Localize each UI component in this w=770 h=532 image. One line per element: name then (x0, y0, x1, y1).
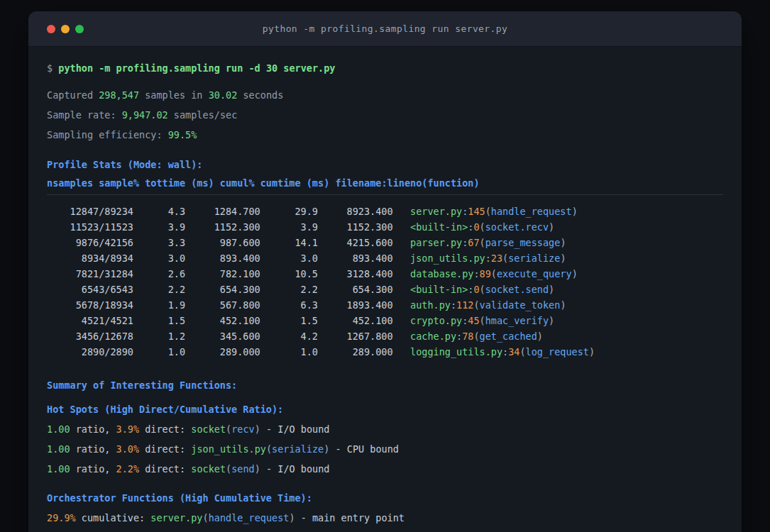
captured-mid: samples in (145, 89, 202, 101)
cell-cumul-pct: 14.1 (260, 235, 318, 250)
location-function: log_request (526, 346, 589, 358)
ratio-label: ratio, (76, 463, 111, 475)
location-filename: auth.py (410, 299, 451, 311)
profile-table-row: 2890/28901.0289.0001.0289.000logging_uti… (47, 344, 723, 360)
profile-table-row: 12847/892344.31284.70029.98923.400server… (47, 204, 723, 219)
cell-cumul-pct: 4.2 (260, 328, 318, 344)
cell-cumtime: 1152.300 (318, 219, 393, 235)
cell-location: database.py:89(execute_query) (410, 268, 578, 279)
traffic-light-zoom-button[interactable] (75, 25, 84, 33)
cell-nsamples: 2890/2890 (47, 344, 133, 360)
cell-tottime: 1152.300 (185, 219, 260, 235)
cell-location: <built-in>:0(socket.recv) (410, 221, 554, 233)
profile-table-row: 4521/45211.5452.1001.5452.100crypto.py:4… (47, 313, 723, 328)
cell-nsamples: 4521/4521 (47, 313, 133, 328)
profile-table-row: 11523/115233.91152.3003.91152.300<built-… (47, 219, 723, 235)
cell-nsamples: 8934/8934 (47, 250, 133, 266)
location-function: hmac_verify (485, 315, 549, 326)
shell-prompt: $ (47, 62, 53, 74)
rate-value: 9,947.02 (122, 109, 168, 121)
profile-table-row: 5678/189341.9567.8006.31893.400auth.py:1… (47, 297, 723, 313)
cell-location: logging_utils.py:34(log_request) (410, 346, 595, 358)
cell-sample-pct: 1.0 (133, 344, 185, 360)
location-function: serialize (508, 253, 560, 264)
orchestrator-item: 14.1% cumulative: parser.py(parse_messag… (47, 528, 723, 532)
location-lineno: 45 (468, 315, 479, 326)
ratio-label: ratio, (76, 423, 111, 435)
cell-tottime: 452.100 (185, 313, 260, 328)
cell-tottime: 345.600 (185, 328, 260, 344)
window-title: python -m profiling.sampling run server.… (28, 23, 742, 34)
hot-spot-module: socket (191, 423, 226, 435)
location-filename: database.py (410, 268, 473, 279)
hot-spot-function: recv (231, 423, 255, 435)
cell-location: crypto.py:45(hmac_verify) (410, 315, 554, 326)
location-function: execute_query (497, 268, 572, 279)
location-lineno: 23 (491, 253, 502, 264)
cell-cumul-pct: 10.5 (260, 266, 318, 282)
cell-cumtime: 4215.600 (318, 235, 393, 250)
cell-nsamples: 9876/42156 (47, 235, 133, 250)
hot-spot-direct-pct: 3.0% (116, 443, 140, 455)
terminal-window: python -m profiling.sampling run server.… (28, 11, 742, 532)
cell-sample-pct: 1.9 (133, 297, 185, 313)
location-function: socket.recv (485, 221, 549, 233)
cell-cumtime: 289.000 (318, 344, 393, 360)
cell-sample-pct: 3.3 (133, 235, 185, 250)
hot-spot-ratio: 1.00 (47, 423, 70, 435)
orchestrator-note: - main entry point (301, 512, 405, 523)
cell-sample-pct: 1.5 (133, 313, 185, 328)
orchestrator-function: handle_request (209, 512, 290, 523)
cell-cumul-pct: 1.0 (260, 344, 318, 360)
cell-nsamples: 12847/89234 (47, 204, 133, 219)
hot-spot-function: send (231, 463, 255, 475)
traffic-light-minimize-button[interactable] (61, 25, 70, 33)
location-lineno: 0 (473, 284, 479, 295)
direct-label: direct: (145, 443, 185, 455)
hot-spot-ratio: 1.00 (47, 463, 70, 475)
orchestrator-cumulative-pct: 29.9% (47, 512, 76, 523)
sample-rate-line: Sample rate: 9,947.02 samples/sec (47, 105, 723, 125)
cell-tottime: 987.600 (185, 235, 260, 250)
cell-cumtime: 893.400 (318, 250, 393, 266)
cell-sample-pct: 2.6 (133, 266, 185, 282)
cell-location: json_utils.py:23(serialize) (410, 253, 566, 264)
hot-spot-note: - I/O bound (266, 463, 329, 475)
cell-cumul-pct: 2.2 (260, 282, 318, 297)
summary-heading: Summary of Interesting Functions: (47, 375, 723, 395)
profile-table-row: 3456/126781.2345.6004.21267.800cache.py:… (47, 328, 723, 344)
orchestrator-module: server.py (150, 512, 202, 523)
cell-location: auth.py:112(validate_token) (410, 299, 566, 311)
cell-tottime: 893.400 (185, 250, 260, 266)
captured-line: Captured 298,547 samples in 30.02 second… (47, 85, 723, 105)
hot-spot-note: - I/O bound (266, 423, 329, 435)
hot-spot-item: 1.00 ratio, 2.2% direct: socket(send) - … (47, 459, 723, 479)
location-function: get_cached (480, 331, 537, 342)
hot-spot-item: 1.00 ratio, 3.9% direct: socket(recv) - … (47, 419, 723, 439)
cell-sample-pct: 3.0 (133, 250, 185, 266)
orchestrator-item: 29.9% cumulative: server.py(handle_reque… (47, 508, 723, 528)
cell-location: server.py:145(handle_request) (410, 206, 578, 217)
cell-cumtime: 8923.400 (318, 204, 393, 219)
location-lineno: 67 (468, 237, 479, 248)
cell-sample-pct: 1.2 (133, 328, 185, 344)
cell-cumtime: 3128.400 (318, 266, 393, 282)
cell-nsamples: 6543/6543 (47, 282, 133, 297)
captured-suffix: seconds (243, 89, 283, 101)
hot-spot-ratio: 1.00 (47, 443, 70, 455)
rate-suffix: samples/sec (174, 109, 237, 121)
cell-nsamples: 7821/31284 (47, 266, 133, 282)
traffic-light-close-button[interactable] (47, 25, 55, 33)
cumulative-label: cumulative: (82, 512, 145, 523)
location-filename: parser.py (410, 237, 462, 248)
traffic-lights (47, 25, 84, 33)
profile-table-row: 9876/421563.3987.60014.14215.600parser.p… (47, 235, 723, 250)
profile-table: 12847/892344.31284.70029.98923.400server… (47, 204, 723, 360)
cell-sample-pct: 4.3 (133, 204, 185, 219)
location-lineno: 0 (473, 221, 479, 233)
titlebar[interactable]: python -m profiling.sampling run server.… (28, 11, 742, 47)
captured-duration: 30.02 (209, 89, 238, 101)
terminal-content[interactable]: $ python -m profiling.sampling run -d 30… (28, 47, 742, 532)
cell-cumul-pct: 3.9 (260, 219, 318, 235)
cell-cumtime: 452.100 (318, 313, 393, 328)
